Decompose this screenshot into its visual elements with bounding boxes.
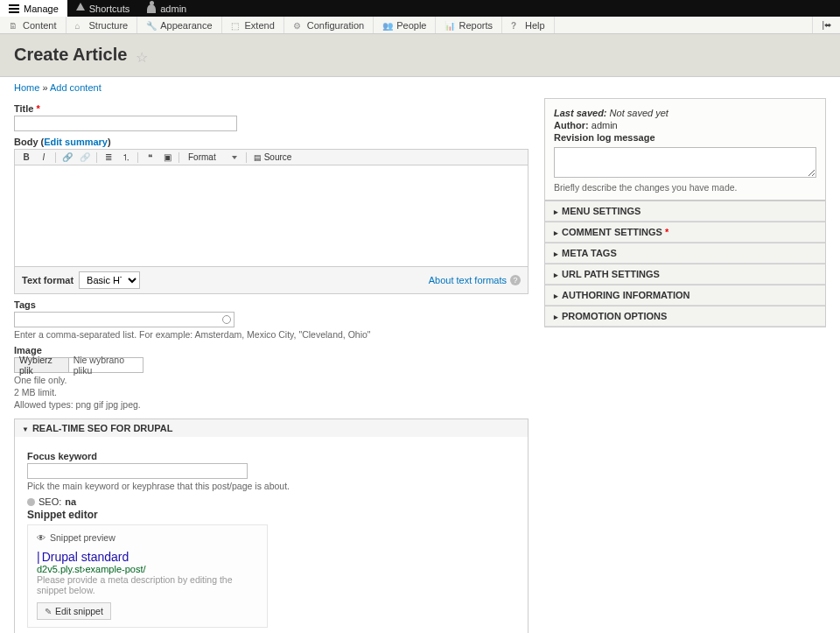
sidebar-section: META TAGS — [545, 243, 825, 264]
sidebar-section-toggle[interactable]: META TAGS — [545, 243, 825, 264]
toolbar-manage[interactable]: Manage — [0, 0, 67, 17]
body-editor: B I 🔗 🔗 ≣ ⒈ ❝ ▣ Format Source — [14, 149, 528, 294]
menu-item-content[interactable]: Content — [0, 17, 66, 33]
sidebar-section-toggle[interactable]: AUTHORING INFORMATION — [545, 285, 825, 306]
text-format-select[interactable]: Basic HTML — [79, 271, 140, 289]
toolbar-manage-label: Manage — [24, 4, 59, 14]
sidebar-section-toggle[interactable]: COMMENT SETTINGS * — [545, 222, 825, 243]
star-icon — [76, 3, 85, 11]
person-icon — [147, 4, 156, 13]
editor-format-select[interactable]: Format — [183, 152, 242, 162]
tags-input[interactable] — [14, 312, 234, 327]
structure-icon — [75, 20, 85, 30]
menu-item-appearance[interactable]: Appearance — [137, 17, 221, 33]
toolbar-user[interactable]: admin — [138, 0, 195, 17]
help-icon[interactable]: ? — [510, 275, 521, 285]
seo-status: SEO: na — [27, 496, 515, 507]
editor-italic-button[interactable]: I — [36, 151, 52, 164]
text-format-row: Text format Basic HTML About text format… — [15, 266, 528, 293]
editor-unlink-button[interactable]: 🔗 — [77, 151, 93, 164]
menu-item-extend[interactable]: Extend — [222, 17, 284, 33]
content-icon — [9, 20, 18, 30]
snippet-description[interactable]: Please provide a meta description by edi… — [37, 574, 258, 595]
revision-log-textarea[interactable] — [554, 147, 816, 178]
snippet-preview-header: Snippet preview — [37, 532, 258, 543]
pencil-icon — [45, 606, 52, 616]
toolbar-shortcuts[interactable]: Shortcuts — [67, 0, 138, 17]
about-text-formats-link[interactable]: About text formats — [429, 275, 507, 285]
favorite-star-icon[interactable]: ☆ — [136, 49, 148, 66]
editor-link-button[interactable]: 🔗 — [60, 151, 75, 164]
editor-body[interactable] — [15, 165, 528, 266]
focus-keyword-input[interactable] — [27, 463, 248, 479]
sidebar-section: MENU SETTINGS — [545, 200, 825, 222]
page-header: Create Article ☆ — [0, 34, 840, 77]
toolbar-user-label: admin — [160, 4, 186, 14]
page-title: Create Article — [14, 45, 127, 65]
appearance-icon — [146, 20, 156, 30]
file-status-text: Nie wybrano pliku — [69, 358, 143, 372]
editor-image-button[interactable]: ▣ — [159, 151, 175, 164]
menu-item-structure[interactable]: Structure — [66, 17, 138, 33]
editor-source-button[interactable]: Source — [250, 152, 296, 162]
menu-item-help[interactable]: Help — [502, 17, 555, 33]
sidebar-section: COMMENT SETTINGS * — [545, 222, 825, 243]
menu-orientation-toggle[interactable]: |⬌ — [812, 17, 840, 33]
breadcrumb-home[interactable]: Home — [14, 82, 39, 93]
menu-item-configuration[interactable]: Configuration — [284, 17, 374, 33]
sidebar-section-toggle[interactable]: MENU SETTINGS — [545, 201, 825, 222]
edit-snippet-button[interactable]: Edit snippet — [37, 602, 111, 620]
body-label: Body (Edit summary) — [14, 137, 528, 147]
focus-keyword-label: Focus keyword — [27, 451, 515, 461]
sidebar-section-toggle[interactable]: URL PATH SETTINGS — [545, 264, 825, 285]
editor-number-list-button[interactable]: ⒈ — [118, 151, 134, 164]
seo-panel-toggle[interactable]: REAL-TIME SEO FOR DRUPAL — [15, 419, 528, 437]
tags-label: Tags — [14, 299, 528, 310]
help-icon — [511, 20, 521, 30]
breadcrumb: Home » Add content — [0, 77, 840, 98]
snippet-url[interactable]: d2v5.ply.st›example-post/ — [37, 564, 258, 574]
menu-item-reports[interactable]: Reports — [436, 17, 502, 33]
source-icon — [254, 152, 262, 162]
sidebar-section: URL PATH SETTINGS — [545, 264, 825, 285]
editor-bold-button[interactable]: B — [18, 151, 34, 164]
title-label: Title * — [14, 103, 528, 114]
entity-meta-sidebar: Last saved: Not saved yet Author: admin … — [544, 98, 826, 327]
admin-menu: Content Structure Appearance Extend Conf… — [0, 17, 840, 34]
admin-toolbar: Manage Shortcuts admin — [0, 0, 840, 17]
breadcrumb-current[interactable]: Add content — [50, 82, 102, 93]
seo-panel: REAL-TIME SEO FOR DRUPAL Focus keyword P… — [14, 418, 528, 633]
sidebar-section: PROMOTION OPTIONS — [545, 306, 825, 327]
people-icon — [382, 20, 392, 30]
revision-log-label: Revision log message — [554, 132, 655, 143]
tags-help: Enter a comma-separated list. For exampl… — [14, 329, 528, 340]
snippet-editor-label: Snippet editor — [27, 509, 98, 521]
snippet-title[interactable]: |Drupal standard — [37, 550, 258, 564]
configuration-icon — [293, 20, 303, 30]
editor-bullet-list-button[interactable]: ≣ — [101, 151, 116, 164]
menu-icon — [9, 4, 19, 13]
choose-file-button[interactable]: Wybierz plik — [15, 358, 69, 372]
edit-summary-link[interactable]: Edit summary — [44, 137, 108, 147]
image-file-input[interactable]: Wybierz plik Nie wybrano pliku — [14, 357, 144, 373]
reports-icon — [444, 20, 454, 30]
toolbar-shortcuts-label: Shortcuts — [89, 4, 130, 14]
eye-icon — [37, 532, 46, 543]
extend-icon — [231, 20, 241, 30]
editor-toolbar: B I 🔗 🔗 ≣ ⒈ ❝ ▣ Format Source — [15, 150, 528, 165]
snippet-card: Snippet preview |Drupal standard d2v5.pl… — [27, 524, 268, 628]
editor-blockquote-button[interactable]: ❝ — [142, 151, 158, 164]
seo-status-dot-icon — [27, 498, 35, 506]
sidebar-section: AUTHORING INFORMATION — [545, 285, 825, 306]
title-input[interactable] — [14, 116, 237, 131]
menu-item-people[interactable]: People — [374, 17, 436, 33]
sidebar-section-toggle[interactable]: PROMOTION OPTIONS — [545, 306, 825, 327]
